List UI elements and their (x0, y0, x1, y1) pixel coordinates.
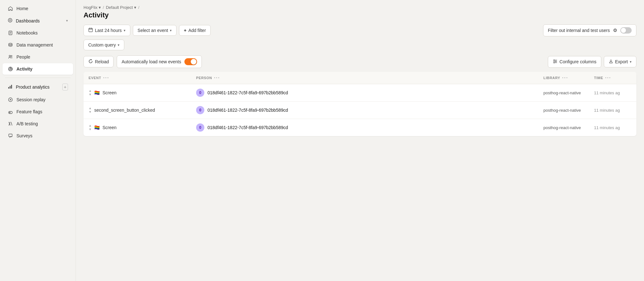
feature-flags-icon (8, 109, 13, 115)
events-table: EVENT ··· PERSON ··· LIBRARY ··· (84, 72, 636, 136)
col-event-options[interactable]: ··· (103, 75, 109, 81)
sidebar-item-dashboards[interactable]: Dashboards ▾ (3, 15, 73, 27)
sidebar-item-data-management-label: Data management (16, 42, 53, 47)
auto-load-toggle[interactable] (184, 58, 197, 65)
svg-point-1 (9, 20, 11, 21)
svg-rect-21 (9, 134, 12, 137)
svg-point-6 (9, 43, 12, 45)
sidebar-item-activity-label: Activity (16, 66, 33, 72)
main-content: HogFlix ▾ / Default Project ▾ / Activity… (76, 0, 644, 281)
sidebar-divider (5, 78, 71, 78)
col-library-options[interactable]: ··· (562, 75, 568, 81)
time-value-2: 11 minutes ag (594, 125, 620, 130)
reload-button[interactable]: Reload (84, 56, 114, 67)
breadcrumb-project-label: Default Project (106, 5, 133, 10)
custom-query-label: Custom query (88, 42, 116, 47)
custom-query-chevron: ▾ (118, 43, 120, 47)
svg-point-10 (10, 68, 11, 70)
person-id-2[interactable]: 018df461-1822-7c5f-8fa9-697b2bb589cd (207, 125, 288, 130)
time-cell-0: 11 minutes ag (589, 84, 636, 102)
data-management-icon (8, 42, 13, 48)
custom-query-button[interactable]: Custom query ▾ (84, 40, 124, 50)
sidebar-item-home-label: Home (16, 6, 28, 11)
breadcrumb-sep-2: / (138, 5, 139, 10)
table-row[interactable]: ▲ ▼ 🏳️‍🌈 Screen 0 018df461-1822-7c5f-8fa… (84, 119, 636, 136)
sidebar-item-surveys[interactable]: Surveys (3, 130, 73, 141)
event-filter-button[interactable]: Select an event ▾ (133, 25, 177, 36)
expand-row-1[interactable]: ▲ ▼ (89, 107, 92, 114)
sidebar-item-ab-testing[interactable]: A/B testing (3, 118, 73, 129)
configure-columns-button[interactable]: Configure columns (548, 56, 601, 68)
svg-point-19 (9, 112, 10, 113)
sidebar-item-activity[interactable]: Activity (3, 63, 73, 75)
person-cell-1: 0 018df461-1822-7c5f-8fa9-697b2bb589cd (191, 102, 538, 119)
toolbar-row-1: Last 24 hours ▾ Select an event ▾ + Add … (84, 24, 636, 36)
export-chevron: ▾ (630, 60, 632, 64)
sidebar-item-session-replay-label: Session replay (16, 97, 46, 102)
table-row[interactable]: ▲ ▼ 🏳️‍🌈 Screen 0 018df461-1822-7c5f-8fa… (84, 84, 636, 102)
svg-point-30 (555, 61, 556, 62)
rainbow-icon: 🏳️‍🌈 (94, 125, 100, 130)
notebooks-icon (8, 30, 13, 36)
export-icon (609, 59, 613, 65)
table-header: EVENT ··· PERSON ··· LIBRARY ··· (84, 72, 636, 84)
sidebar-item-product-analytics[interactable]: Product analytics + (3, 81, 73, 93)
col-person: PERSON ··· (191, 72, 538, 84)
sidebar-item-people[interactable]: People (3, 51, 73, 63)
sidebar-item-surveys-label: Surveys (16, 133, 33, 138)
filter-toggle-area: Filter out internal and test users ⚙ (543, 24, 636, 36)
sidebar-item-notebooks[interactable]: Notebooks (3, 27, 73, 39)
sidebar-item-feature-flags-label: Feature flags (16, 109, 42, 114)
ab-testing-icon (8, 121, 13, 127)
person-id-1[interactable]: 018df461-1822-7c5f-8fa9-697b2bb589cd (207, 108, 288, 113)
expand-row-0[interactable]: ▲ ▼ (89, 89, 92, 96)
breadcrumb-default-project[interactable]: Default Project ▾ (106, 5, 136, 10)
event-cell-1: ▲ ▼ second_screen_button_clicked (84, 102, 191, 119)
library-cell-2: posthog-react-native (538, 119, 589, 136)
svg-point-7 (9, 55, 11, 57)
event-name-0: Screen (102, 90, 116, 95)
export-button[interactable]: Export ▾ (604, 56, 636, 67)
sidebar: Home Dashboards ▾ Notebooks Data managem… (0, 0, 76, 281)
date-filter-button[interactable]: Last 24 hours ▾ (84, 25, 130, 36)
event-cell-2: ▲ ▼ 🏳️‍🌈 Screen (84, 119, 191, 136)
event-filter-chevron: ▾ (170, 28, 172, 33)
sidebar-item-people-label: People (16, 54, 30, 59)
library-cell-1: posthog-react-native (538, 102, 589, 119)
svg-marker-17 (10, 99, 12, 101)
svg-rect-13 (8, 87, 9, 89)
breadcrumb-hogflix-chevron: ▾ (99, 5, 101, 10)
person-avatar-1: 0 (196, 106, 204, 114)
filter-internal-toggle[interactable] (620, 27, 632, 34)
add-filter-button[interactable]: + Add filter (179, 25, 210, 36)
col-person-label: PERSON (196, 76, 212, 80)
configure-columns-label: Configure columns (560, 59, 597, 64)
sidebar-item-home[interactable]: Home (3, 3, 73, 14)
person-cell-2: 0 018df461-1822-7c5f-8fa9-697b2bb589cd (191, 119, 538, 136)
expand-row-2[interactable]: ▲ ▼ (89, 124, 92, 131)
gear-icon[interactable]: ⚙ (613, 28, 617, 33)
product-analytics-add-icon[interactable]: + (62, 84, 68, 91)
surveys-icon (8, 133, 13, 139)
breadcrumb-hogflix[interactable]: HogFlix ▾ (84, 5, 101, 10)
svg-point-29 (554, 59, 554, 60)
sidebar-item-data-management[interactable]: Data management (3, 39, 73, 51)
event-cell-0: ▲ ▼ 🏳️‍🌈 Screen (84, 84, 191, 102)
sidebar-item-session-replay[interactable]: Session replay (3, 94, 73, 105)
sidebar-item-feature-flags[interactable]: Feature flags (3, 106, 73, 117)
calendar-icon (88, 28, 93, 33)
table-row[interactable]: ▲ ▼ second_screen_button_clicked 0 018df… (84, 102, 636, 119)
col-time: TIME ··· (589, 72, 636, 84)
page-header: HogFlix ▾ / Default Project ▾ / Activity… (76, 0, 644, 55)
col-person-options[interactable]: ··· (214, 75, 220, 81)
person-id-0[interactable]: 018df461-1822-7c5f-8fa9-697b2bb589cd (207, 90, 288, 95)
col-time-options[interactable]: ··· (605, 75, 611, 81)
page-title: Activity (84, 11, 636, 19)
reload-icon (88, 59, 93, 65)
action-bar: Reload Automatically load new events Con… (76, 55, 644, 68)
breadcrumb-hogflix-label: HogFlix (84, 5, 97, 10)
session-replay-icon (8, 97, 13, 103)
time-value-1: 11 minutes ag (594, 108, 620, 113)
col-library-label: LIBRARY (543, 76, 560, 80)
product-analytics-icon (8, 84, 13, 90)
